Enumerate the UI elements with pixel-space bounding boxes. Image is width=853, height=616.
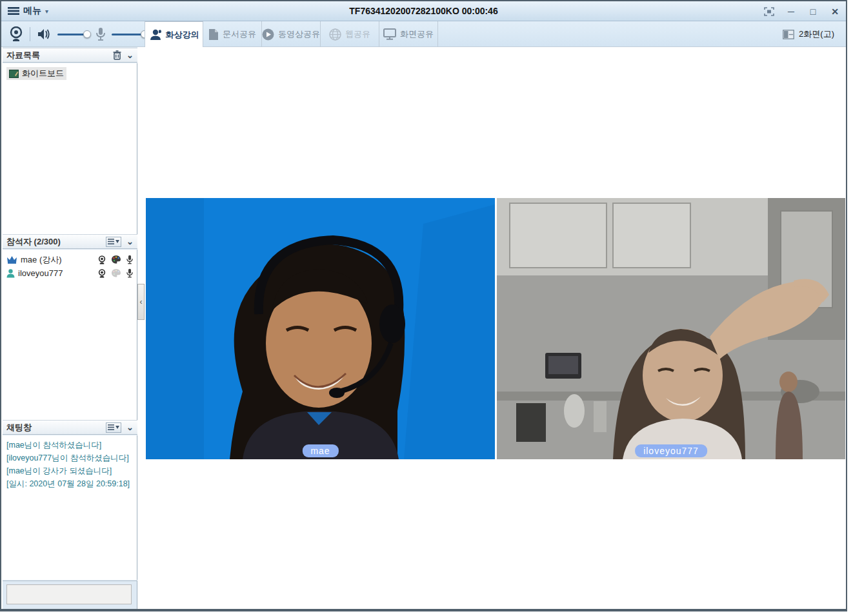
trash-icon[interactable]: [113, 50, 121, 60]
tab-label: 화면공유: [400, 28, 434, 40]
participant-row[interactable]: iloveyou777: [3, 266, 137, 280]
toolbar-divider: [30, 27, 30, 41]
play-circle-icon: [262, 28, 274, 41]
participants-list: mae (강사): [3, 250, 137, 420]
participant-name: iloveyou777: [18, 268, 98, 278]
webcam-icon[interactable]: [9, 26, 23, 42]
window-controls: ─ □ ✕: [763, 1, 841, 21]
chevron-down-icon[interactable]: ⌄: [126, 239, 134, 245]
chat-message: [mae님이 강사가 되셨습니다]: [6, 464, 133, 477]
chat-panel-header: 채팅창 ⌄: [3, 420, 137, 435]
material-item-label: 화이트보드: [22, 68, 64, 79]
person-video-icon: [149, 28, 162, 41]
sidebar: 자료목록 ⌄: [3, 47, 137, 609]
menu-button[interactable]: 메뉴 ▾: [1, 1, 55, 21]
chat-message: [일시: 2020년 07월 28일 20:59:18]: [6, 477, 133, 490]
video-scene-iloveyou777: [497, 198, 845, 459]
materials-panel-title: 자료목록: [6, 50, 113, 61]
top-strip: 화상강의 문서공유 동영상공유: [1, 21, 846, 47]
document-icon: [208, 28, 219, 41]
speaker-icon[interactable]: [37, 28, 51, 41]
main-content: mae: [145, 47, 846, 609]
tab-label: 동영상공유: [278, 28, 320, 40]
material-item-whiteboard[interactable]: 화이트보드: [6, 67, 66, 80]
window-title: TF76341202007282100KO 00:00:46: [1, 6, 846, 16]
chat-panel-title: 채팅창: [6, 422, 106, 433]
tab-label: 화상강의: [166, 29, 199, 41]
tab-bar: 화상강의 문서공유 동영상공유: [145, 21, 438, 47]
close-button[interactable]: ✕: [829, 6, 841, 17]
minimize-button[interactable]: ─: [785, 6, 797, 17]
monitor-icon: [383, 28, 396, 40]
chat-message-area: [mae님이 참석하셨습니다] [iloveyou777님이 참석하셨습니다] …: [3, 435, 137, 580]
materials-panel-header: 자료목록 ⌄: [3, 48, 137, 63]
chat-message: [iloveyou777님이 참석하셨습니다]: [6, 452, 133, 464]
person-icon: [6, 269, 15, 278]
view-mode-button[interactable]: 2화면(고): [778, 25, 839, 43]
split-screen-icon: [783, 30, 794, 39]
av-toolbar: [1, 21, 145, 47]
list-menu-icon: [108, 424, 114, 430]
mic-icon[interactable]: [126, 255, 133, 264]
video-name-label: mae: [302, 444, 338, 457]
tab-label: 문서공유: [223, 28, 256, 40]
titlebar: 메뉴 ▾ TF76341202007282100KO 00:00:46 ─ □ …: [1, 1, 846, 21]
caret-down-icon: [115, 240, 119, 243]
tab-document-share[interactable]: 문서공유: [203, 21, 262, 47]
chat-input-zone: [3, 581, 137, 609]
video-name-label: iloveyou777: [635, 444, 707, 457]
caret-down-icon: ▾: [45, 8, 48, 15]
hamburger-icon: [8, 6, 19, 15]
chevron-down-icon[interactable]: ⌄: [126, 424, 134, 431]
whiteboard-icon: [9, 70, 19, 78]
chat-input[interactable]: [6, 584, 132, 604]
tab-web-share[interactable]: 웹공유: [321, 21, 379, 47]
mic-icon[interactable]: [126, 268, 133, 278]
tab-media-share[interactable]: 동영상공유: [262, 21, 321, 47]
mic-icon[interactable]: [96, 27, 105, 41]
participants-options-button[interactable]: [106, 237, 121, 247]
participants-panel-header: 참석자 (2/300) ⌄: [3, 234, 137, 249]
menu-label: 메뉴: [23, 5, 41, 17]
participant-row[interactable]: mae (강사): [3, 253, 137, 266]
volume-slider[interactable]: [57, 34, 90, 35]
volume-slider-knob[interactable]: [83, 30, 91, 38]
video-feed-mae: mae: [146, 198, 495, 459]
chevron-left-icon: ‹: [140, 297, 143, 306]
screen: 메뉴 ▾ TF76341202007282100KO 00:00:46 ─ □ …: [0, 0, 853, 616]
tab-video-lecture[interactable]: 화상강의: [145, 21, 203, 48]
chat-message: [mae님이 참석하셨습니다]: [6, 439, 133, 452]
fullscreen-icon: [764, 7, 774, 16]
maximize-button[interactable]: □: [807, 6, 819, 17]
participant-name: mae (강사): [21, 254, 98, 266]
caret-down-icon: [115, 426, 119, 429]
palette-icon[interactable]: [112, 269, 121, 277]
materials-list: 화이트보드: [3, 63, 137, 234]
tab-screen-share[interactable]: 화면공유: [379, 21, 438, 47]
webcam-icon[interactable]: [98, 255, 106, 264]
app-window: 메뉴 ▾ TF76341202007282100KO 00:00:46 ─ □ …: [0, 0, 847, 611]
sidebar-collapse-handle[interactable]: ‹: [137, 284, 145, 320]
webcam-icon[interactable]: [98, 269, 106, 278]
video-scene-mae: [146, 198, 495, 459]
fullscreen-button[interactable]: [763, 6, 775, 17]
list-menu-icon: [108, 239, 114, 244]
mic-slider[interactable]: [112, 34, 145, 35]
chevron-down-icon[interactable]: ⌄: [126, 52, 134, 59]
tab-label: 웹공유: [345, 28, 370, 40]
chat-options-button[interactable]: [106, 422, 121, 433]
palette-icon[interactable]: [112, 255, 121, 264]
view-mode-label: 2화면(고): [799, 28, 834, 40]
video-feed-iloveyou777: iloveyou777: [497, 198, 845, 459]
crown-icon: [6, 255, 17, 264]
globe-icon: [329, 28, 341, 41]
participants-panel-title: 참석자 (2/300): [6, 236, 106, 248]
